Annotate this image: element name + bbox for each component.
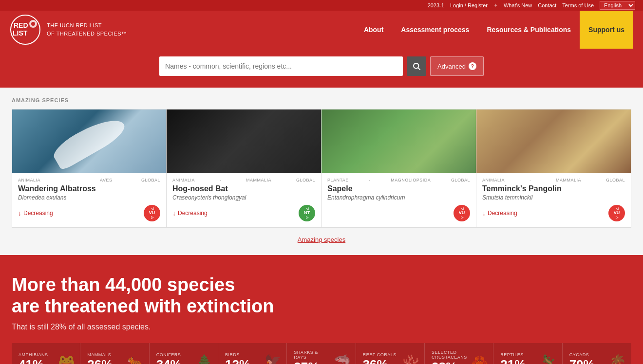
stat-conifers: CONIFERS 34% 🌲 <box>150 343 218 364</box>
contact-link[interactable]: Contact <box>538 2 556 8</box>
species-status-row: ↓ Decreasing ◁ NT ▷ <box>172 205 315 221</box>
species-image-bat <box>167 109 321 173</box>
reef-corals-icon: 🪸 <box>402 354 419 364</box>
search-icon <box>412 62 421 71</box>
svg-text:RED: RED <box>14 21 28 29</box>
trend-indicator: ↓ Decreasing <box>18 209 53 217</box>
trend-arrow-icon: ↓ <box>172 209 176 217</box>
sharks-icon: 🦈 <box>334 354 351 364</box>
species-status-row: ↓ Decreasing ◁ VU ▷ <box>18 205 160 221</box>
species-name: Sapele <box>327 184 470 193</box>
trend-indicator: ↓ Decreasing <box>482 209 517 217</box>
conifers-icon: 🌲 <box>196 354 213 364</box>
status-badge-vu: ◁ VU ▷ <box>454 205 470 221</box>
species-card-body: ANIMALIA · MAMMALIA GLOBAL Hog-nosed Bat… <box>167 173 321 227</box>
stats-subtext: That is still 28% of all assessed specie… <box>12 323 631 331</box>
species-status-row: ◁ VU ▷ <box>327 205 470 221</box>
nav-resources[interactable]: Resources & Publications <box>478 11 580 49</box>
reptiles-icon: 🦎 <box>540 354 557 364</box>
header: RED LIST THE IUCN RED LIST OF THREATENED… <box>0 11 643 49</box>
species-name: Temminck's Pangolin <box>482 184 625 193</box>
species-meta: ANIMALIA · MAMMALIA GLOBAL <box>482 178 625 182</box>
top-bar: 2023-1 Login / Register ✦ What's New Con… <box>0 0 643 11</box>
stat-sharks: SHARKS & RAYS 37% 🦈 <box>287 343 356 364</box>
species-scientific: Entandrophragma cylindricum <box>327 194 470 201</box>
search-input[interactable] <box>159 56 403 76</box>
species-image-sapele <box>322 109 476 173</box>
nav-about[interactable]: About <box>355 11 392 49</box>
species-card-body: ANIMALIA · AVES GLOBAL Wandering Albatro… <box>12 173 166 227</box>
trend-indicator: ↓ Decreasing <box>172 209 208 217</box>
terms-link[interactable]: Terms of Use <box>562 2 594 8</box>
trend-arrow-icon: ↓ <box>18 209 21 217</box>
species-card-bat[interactable]: ANIMALIA · MAMMALIA GLOBAL Hog-nosed Bat… <box>167 109 322 228</box>
species-meta: ANIMALIA · MAMMALIA GLOBAL <box>172 178 315 182</box>
species-card-body: ANIMALIA · MAMMALIA GLOBAL Temminck's Pa… <box>476 173 631 227</box>
stat-crustaceans: SELECTED CRUSTACEANS 28% 🦀 <box>425 343 493 364</box>
species-name: Hog-nosed Bat <box>172 184 315 193</box>
whats-new-link[interactable]: What's New <box>504 2 532 8</box>
cycads-icon: 🌴 <box>609 354 626 364</box>
stat-birds: BIRDS 12% 🦅 <box>218 343 287 364</box>
amphibians-icon: 🐸 <box>58 354 75 364</box>
advanced-search-button[interactable]: Advanced ? <box>430 56 484 76</box>
stats-section: More than 44,000 species are threatened … <box>0 255 643 364</box>
status-badge-nt: ◁ NT ▷ <box>299 205 315 221</box>
species-grid: ANIMALIA · AVES GLOBAL Wandering Albatro… <box>12 109 631 228</box>
main-navigation: About Assessment process Resources & Pub… <box>355 11 633 49</box>
nav-assessment[interactable]: Assessment process <box>392 11 478 49</box>
stat-mammals: MAMMALS 26% 🐆 <box>80 343 149 364</box>
amazing-species-section: AMAZING SPECIES ANIMALIA · AVES GLOBAL W… <box>0 88 643 255</box>
species-name: Wandering Albatross <box>18 184 160 193</box>
advanced-icon: ? <box>469 62 476 70</box>
species-status-row: ↓ Decreasing ◁ VU ▷ <box>482 205 625 221</box>
nav-support[interactable]: Support us <box>580 11 633 49</box>
stats-grid: AMPHIBIANS 41% 🐸 MAMMALS 26% 🐆 CONIFERS … <box>12 343 631 364</box>
svg-text:LIST: LIST <box>13 29 28 37</box>
species-image-albatross <box>12 109 166 173</box>
stat-amphibians: AMPHIBIANS 41% 🐸 <box>12 343 80 364</box>
species-scientific: Diomedea exulans <box>18 194 160 201</box>
species-card-sapele[interactable]: PLANTAE · MAGNOLIOPSIDA GLOBAL Sapele En… <box>322 109 476 228</box>
amazing-species-link[interactable]: Amazing species <box>298 236 345 243</box>
species-scientific: Smutsia temminckii <box>482 194 625 201</box>
logo-area: RED LIST THE IUCN RED LIST OF THREATENED… <box>10 14 127 45</box>
species-card-albatross[interactable]: ANIMALIA · AVES GLOBAL Wandering Albatro… <box>12 109 167 228</box>
stat-reptiles: REPTILES 21% 🦎 <box>493 343 562 364</box>
species-meta: ANIMALIA · AVES GLOBAL <box>18 178 160 182</box>
search-button[interactable] <box>407 56 426 76</box>
trend-arrow-icon: ↓ <box>482 209 486 217</box>
species-scientific: Craseonycteris thonglongyai <box>172 194 315 201</box>
species-image-pangolin <box>476 109 631 173</box>
status-badge-vu: ◁ VU ▷ <box>608 205 625 221</box>
login-register-link[interactable]: Login / Register <box>450 2 488 8</box>
year-label: 2023-1 <box>428 2 444 8</box>
svg-point-4 <box>31 22 35 26</box>
iucn-logo-icon: RED LIST <box>10 14 41 45</box>
language-select[interactable]: English Français Español <box>600 1 635 10</box>
svg-line-6 <box>418 68 420 70</box>
stats-headline: More than 44,000 species are threatened … <box>12 274 631 317</box>
logo-text: THE IUCN RED LIST OF THREATENED SPECIES™ <box>47 21 127 38</box>
status-badge-vu: ◁ VU ▷ <box>144 205 160 221</box>
search-section: Advanced ? <box>0 49 643 88</box>
section-label: AMAZING SPECIES <box>12 97 631 103</box>
svg-point-5 <box>414 63 419 69</box>
divider: ✦ <box>493 2 498 9</box>
crustaceans-icon: 🦀 <box>471 354 488 364</box>
species-card-body: PLANTAE · MAGNOLIOPSIDA GLOBAL Sapele En… <box>322 173 476 227</box>
amazing-species-link-row: Amazing species <box>12 236 631 243</box>
search-bar: Advanced ? <box>159 56 484 76</box>
stat-cycads: CYCADS 70% 🌴 <box>563 343 631 364</box>
stat-reef-corals: REEF CORALS 36% 🪸 <box>356 343 425 364</box>
species-meta: PLANTAE · MAGNOLIOPSIDA GLOBAL <box>327 178 470 182</box>
birds-icon: 🦅 <box>265 354 282 364</box>
mammals-icon: 🐆 <box>127 354 144 364</box>
species-card-pangolin[interactable]: ANIMALIA · MAMMALIA GLOBAL Temminck's Pa… <box>476 109 631 228</box>
